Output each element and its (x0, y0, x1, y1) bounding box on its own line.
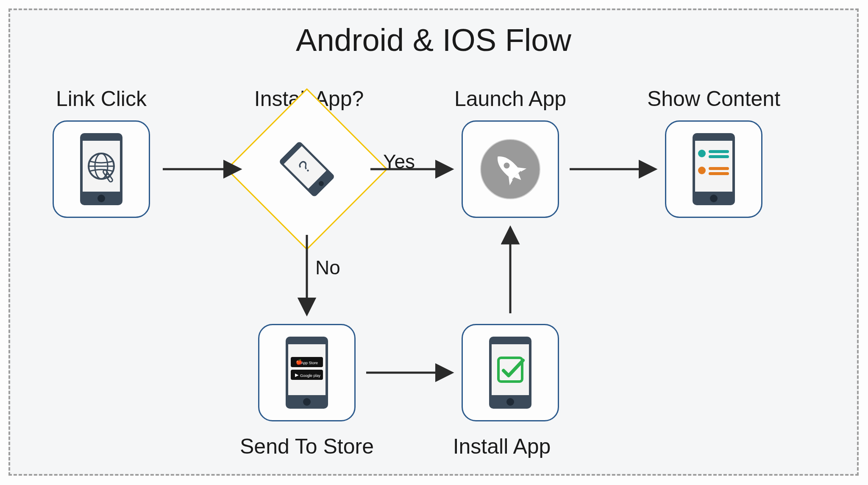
diagram-frame: Android & IOS Flow Link Click Install Ap… (8, 8, 859, 476)
edge-label-yes: Yes (383, 150, 415, 173)
edge-label-no: No (315, 256, 340, 279)
arrows (10, 10, 860, 477)
